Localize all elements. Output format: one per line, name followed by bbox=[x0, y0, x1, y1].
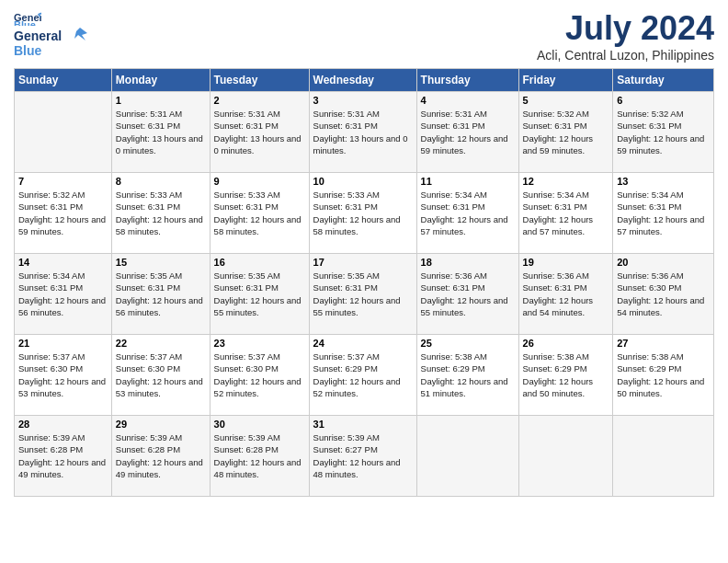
calendar-cell: 31Sunrise: 5:39 AMSunset: 6:27 PMDayligh… bbox=[309, 416, 416, 497]
calendar-cell: 15Sunrise: 5:35 AMSunset: 6:31 PMDayligh… bbox=[111, 254, 210, 335]
day-number: 18 bbox=[421, 257, 515, 268]
calendar-cell: 21Sunrise: 5:37 AMSunset: 6:30 PMDayligh… bbox=[15, 335, 112, 416]
cell-info: Sunrise: 5:34 AMSunset: 6:31 PMDaylight:… bbox=[617, 189, 710, 237]
calendar-cell bbox=[613, 416, 714, 497]
calendar-body: 1Sunrise: 5:31 AMSunset: 6:31 PMDaylight… bbox=[15, 92, 714, 497]
title-block: July 2024 Acli, Central Luzon, Philippin… bbox=[537, 9, 714, 63]
calendar-cell: 5Sunrise: 5:32 AMSunset: 6:31 PMDaylight… bbox=[518, 92, 613, 173]
calendar-cell: 1Sunrise: 5:31 AMSunset: 6:31 PMDaylight… bbox=[111, 92, 210, 173]
cell-info: Sunrise: 5:33 AMSunset: 6:31 PMDaylight:… bbox=[116, 189, 206, 237]
header-row: Sunday Monday Tuesday Wednesday Thursday… bbox=[15, 69, 714, 92]
cell-info: Sunrise: 5:37 AMSunset: 6:29 PMDaylight:… bbox=[313, 350, 413, 399]
col-tuesday: Tuesday bbox=[210, 69, 309, 92]
col-friday: Friday bbox=[518, 69, 613, 92]
cell-info: Sunrise: 5:32 AMSunset: 6:31 PMDaylight:… bbox=[18, 189, 108, 237]
day-number: 14 bbox=[18, 257, 108, 268]
calendar-cell: 29Sunrise: 5:39 AMSunset: 6:28 PMDayligh… bbox=[111, 416, 210, 497]
col-thursday: Thursday bbox=[416, 69, 518, 92]
day-number: 11 bbox=[421, 176, 515, 187]
month-title: July 2024 bbox=[537, 9, 714, 48]
calendar-cell: 20Sunrise: 5:36 AMSunset: 6:30 PMDayligh… bbox=[613, 254, 714, 335]
calendar-cell: 11Sunrise: 5:34 AMSunset: 6:31 PMDayligh… bbox=[416, 173, 518, 254]
cell-info: Sunrise: 5:39 AMSunset: 6:28 PMDaylight:… bbox=[214, 431, 305, 480]
calendar-cell bbox=[518, 416, 613, 497]
day-number: 23 bbox=[214, 338, 305, 349]
calendar-cell: 3Sunrise: 5:31 AMSunset: 6:31 PMDaylight… bbox=[309, 92, 416, 173]
cell-info: Sunrise: 5:39 AMSunset: 6:28 PMDaylight:… bbox=[18, 431, 108, 480]
day-number: 20 bbox=[617, 257, 710, 268]
calendar-cell: 9Sunrise: 5:33 AMSunset: 6:31 PMDaylight… bbox=[210, 173, 309, 254]
day-number: 29 bbox=[116, 419, 206, 430]
cell-info: Sunrise: 5:38 AMSunset: 6:29 PMDaylight:… bbox=[617, 350, 710, 399]
day-number: 28 bbox=[18, 419, 108, 430]
cell-info: Sunrise: 5:34 AMSunset: 6:31 PMDaylight:… bbox=[523, 189, 609, 237]
col-monday: Monday bbox=[111, 69, 210, 92]
cell-info: Sunrise: 5:33 AMSunset: 6:31 PMDaylight:… bbox=[214, 189, 305, 237]
day-number: 6 bbox=[617, 95, 710, 106]
day-number: 25 bbox=[421, 338, 515, 349]
cell-info: Sunrise: 5:34 AMSunset: 6:31 PMDaylight:… bbox=[18, 270, 108, 318]
calendar-cell: 19Sunrise: 5:36 AMSunset: 6:31 PMDayligh… bbox=[518, 254, 613, 335]
cell-info: Sunrise: 5:35 AMSunset: 6:31 PMDaylight:… bbox=[313, 270, 413, 318]
calendar-cell: 8Sunrise: 5:33 AMSunset: 6:31 PMDaylight… bbox=[111, 173, 210, 254]
cell-info: Sunrise: 5:34 AMSunset: 6:31 PMDaylight:… bbox=[421, 189, 515, 237]
col-wednesday: Wednesday bbox=[309, 69, 416, 92]
cell-info: Sunrise: 5:38 AMSunset: 6:29 PMDaylight:… bbox=[421, 350, 515, 399]
calendar-cell: 7Sunrise: 5:32 AMSunset: 6:31 PMDaylight… bbox=[15, 173, 112, 254]
calendar-cell bbox=[416, 416, 518, 497]
calendar-cell: 22Sunrise: 5:37 AMSunset: 6:30 PMDayligh… bbox=[111, 335, 210, 416]
svg-marker-4 bbox=[74, 28, 87, 40]
svg-text:Blue: Blue bbox=[14, 43, 42, 58]
calendar-row-4: 21Sunrise: 5:37 AMSunset: 6:30 PMDayligh… bbox=[15, 335, 714, 416]
calendar-row-3: 14Sunrise: 5:34 AMSunset: 6:31 PMDayligh… bbox=[15, 254, 714, 335]
calendar-row-1: 1Sunrise: 5:31 AMSunset: 6:31 PMDaylight… bbox=[15, 92, 714, 173]
calendar-cell: 25Sunrise: 5:38 AMSunset: 6:29 PMDayligh… bbox=[416, 335, 518, 416]
cell-info: Sunrise: 5:31 AMSunset: 6:31 PMDaylight:… bbox=[421, 108, 515, 156]
calendar-cell: 26Sunrise: 5:38 AMSunset: 6:29 PMDayligh… bbox=[518, 335, 613, 416]
cell-info: Sunrise: 5:37 AMSunset: 6:30 PMDaylight:… bbox=[18, 350, 108, 399]
day-number: 13 bbox=[617, 176, 710, 187]
day-number: 30 bbox=[214, 419, 305, 430]
calendar-cell: 30Sunrise: 5:39 AMSunset: 6:28 PMDayligh… bbox=[210, 416, 309, 497]
day-number: 10 bbox=[313, 176, 413, 187]
day-number: 21 bbox=[18, 338, 108, 349]
cell-info: Sunrise: 5:35 AMSunset: 6:31 PMDaylight:… bbox=[214, 270, 305, 318]
day-number: 16 bbox=[214, 257, 305, 268]
cell-info: Sunrise: 5:31 AMSunset: 6:31 PMDaylight:… bbox=[116, 108, 206, 156]
cell-info: Sunrise: 5:39 AMSunset: 6:28 PMDaylight:… bbox=[116, 431, 206, 480]
cell-info: Sunrise: 5:37 AMSunset: 6:30 PMDaylight:… bbox=[116, 350, 206, 399]
calendar-row-5: 28Sunrise: 5:39 AMSunset: 6:28 PMDayligh… bbox=[15, 416, 714, 497]
calendar-cell: 4Sunrise: 5:31 AMSunset: 6:31 PMDaylight… bbox=[416, 92, 518, 173]
svg-text:General: General bbox=[14, 29, 62, 43]
cell-info: Sunrise: 5:31 AMSunset: 6:31 PMDaylight:… bbox=[313, 108, 413, 156]
cell-info: Sunrise: 5:36 AMSunset: 6:31 PMDaylight:… bbox=[523, 270, 609, 318]
day-number: 19 bbox=[523, 257, 609, 268]
day-number: 8 bbox=[116, 176, 206, 187]
day-number: 9 bbox=[214, 176, 305, 187]
day-number: 12 bbox=[523, 176, 609, 187]
calendar-cell: 16Sunrise: 5:35 AMSunset: 6:31 PMDayligh… bbox=[210, 254, 309, 335]
calendar-cell bbox=[15, 92, 112, 173]
svg-text:Blue: Blue bbox=[14, 19, 36, 27]
day-number: 3 bbox=[313, 95, 413, 106]
calendar-table: Sunday Monday Tuesday Wednesday Thursday… bbox=[14, 68, 714, 497]
calendar-row-2: 7Sunrise: 5:32 AMSunset: 6:31 PMDaylight… bbox=[15, 173, 714, 254]
col-saturday: Saturday bbox=[613, 69, 714, 92]
calendar-cell: 17Sunrise: 5:35 AMSunset: 6:31 PMDayligh… bbox=[309, 254, 416, 335]
col-sunday: Sunday bbox=[15, 69, 112, 92]
logo-icon: General Blue bbox=[14, 9, 41, 26]
day-number: 27 bbox=[617, 338, 710, 349]
cell-info: Sunrise: 5:35 AMSunset: 6:31 PMDaylight:… bbox=[116, 270, 206, 318]
day-number: 2 bbox=[214, 95, 305, 106]
calendar-cell: 10Sunrise: 5:33 AMSunset: 6:31 PMDayligh… bbox=[309, 173, 416, 254]
day-number: 5 bbox=[523, 95, 609, 106]
day-number: 17 bbox=[313, 257, 413, 268]
logo-full-icon: General Blue bbox=[14, 26, 87, 63]
cell-info: Sunrise: 5:33 AMSunset: 6:31 PMDaylight:… bbox=[313, 189, 413, 237]
page-container: General Blue General Blue July 2024 Acli… bbox=[0, 0, 728, 501]
calendar-cell: 6Sunrise: 5:32 AMSunset: 6:31 PMDaylight… bbox=[613, 92, 714, 173]
header: General Blue General Blue July 2024 Acli… bbox=[14, 9, 714, 63]
cell-info: Sunrise: 5:39 AMSunset: 6:27 PMDaylight:… bbox=[313, 431, 413, 480]
calendar-cell: 23Sunrise: 5:37 AMSunset: 6:30 PMDayligh… bbox=[210, 335, 309, 416]
calendar-cell: 18Sunrise: 5:36 AMSunset: 6:31 PMDayligh… bbox=[416, 254, 518, 335]
